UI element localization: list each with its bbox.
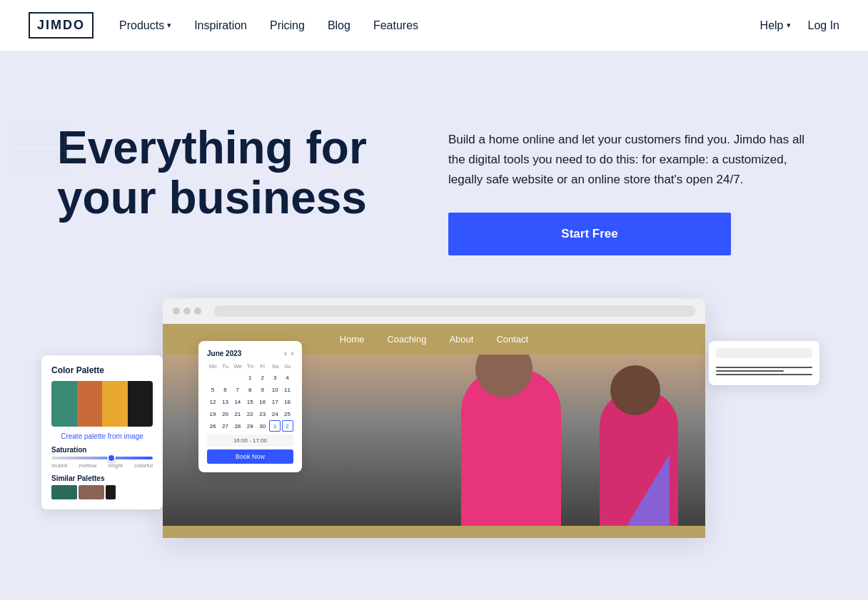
calendar-book-button[interactable]: Book Now — [207, 449, 293, 464]
chevron-down-icon: ▾ — [787, 21, 791, 30]
site-nav-coaching: Coaching — [387, 334, 426, 345]
nav-inspiration[interactable]: Inspiration — [194, 19, 247, 32]
nav-login[interactable]: Log In — [808, 19, 839, 32]
menu-line-1 — [716, 367, 812, 368]
color-palette-card: Color Palette Create palette from image … — [41, 355, 163, 509]
site-nav-contact: Contact — [496, 334, 528, 345]
palette-swatches — [51, 381, 153, 427]
calendar-header: June 2023 ‹ › — [207, 350, 293, 357]
hero-content: Everything for your business Build a hom… — [0, 51, 868, 255]
hero-right: Build a home online and let your custome… — [448, 123, 811, 255]
browser-dots — [173, 307, 201, 315]
nav-help[interactable]: Help ▾ — [760, 19, 791, 32]
site-nav-home: Home — [340, 334, 365, 345]
dot-1 — [173, 307, 180, 315]
saturation-thumb[interactable] — [107, 454, 116, 462]
browser-bar — [163, 298, 705, 324]
menu-line-2 — [716, 370, 784, 372]
calendar-card: June 2023 ‹ › Mo Tu We Th Fr Sa Su — [198, 341, 302, 472]
nav-features[interactable]: Features — [373, 19, 418, 32]
similar-swatch-2 — [79, 485, 104, 499]
mobile-search-bar — [716, 348, 812, 358]
logo[interactable]: JIMDO — [29, 12, 94, 39]
svg-rect-0 — [14, 123, 71, 180]
nav-right: Help ▾ Log In — [760, 19, 839, 32]
nav-links: Products ▾ Inspiration Pricing Blog Feat… — [119, 19, 418, 32]
create-palette-link[interactable]: Create palette from image — [51, 432, 153, 440]
dot-3 — [194, 307, 201, 315]
calendar-time-slot: 16:00 - 17:00 — [207, 434, 293, 447]
hero-left: Everything for your business — [57, 123, 420, 223]
calendar-prev[interactable]: ‹ — [284, 350, 286, 357]
hero-description: Build a home online and let your custome… — [448, 130, 811, 190]
start-free-button[interactable]: Start Free — [448, 213, 731, 255]
site-nav-about: About — [449, 334, 473, 345]
calendar-nav: ‹ › — [284, 350, 293, 357]
nav-blog[interactable]: Blog — [328, 19, 350, 32]
swatch-orange — [77, 381, 103, 427]
nav-left: JIMDO Products ▾ Inspiration Pricing Blo… — [29, 12, 418, 39]
browser-container: Color Palette Create palette from image … — [163, 298, 705, 538]
mobile-menu-lines — [716, 364, 812, 378]
similar-swatch-1 — [51, 485, 77, 499]
browser-area: Color Palette Create palette from image … — [0, 298, 868, 538]
saturation-track — [51, 457, 153, 459]
navbar: JIMDO Products ▾ Inspiration Pricing Blo… — [0, 0, 868, 51]
chevron-down-icon: ▾ — [167, 21, 171, 30]
swatch-teal — [51, 381, 77, 427]
grid-decoration — [14, 123, 71, 183]
nav-pricing[interactable]: Pricing — [270, 19, 305, 32]
saturation-labels: muted mellow bright colorful — [51, 462, 153, 469]
figure-left — [461, 369, 561, 526]
dot-2 — [183, 307, 191, 315]
hero-title: Everything for your business — [57, 123, 420, 223]
similar-palettes-row — [51, 485, 153, 499]
blue-triangle-decoration — [627, 454, 670, 526]
swatch-black — [128, 381, 153, 427]
hero-section: Everything for your business Build a hom… — [0, 51, 868, 600]
calendar-grid: Mo Tu We Th Fr Sa Su 1 2 3 4 5 — [207, 362, 293, 432]
calendar-next[interactable]: › — [291, 350, 293, 357]
menu-line-3 — [716, 374, 812, 375]
nav-products[interactable]: Products ▾ — [119, 19, 171, 32]
browser-url-bar — [214, 305, 695, 317]
mobile-card — [709, 341, 819, 385]
similar-swatch-3 — [106, 485, 116, 499]
swatch-yellow — [102, 381, 128, 427]
